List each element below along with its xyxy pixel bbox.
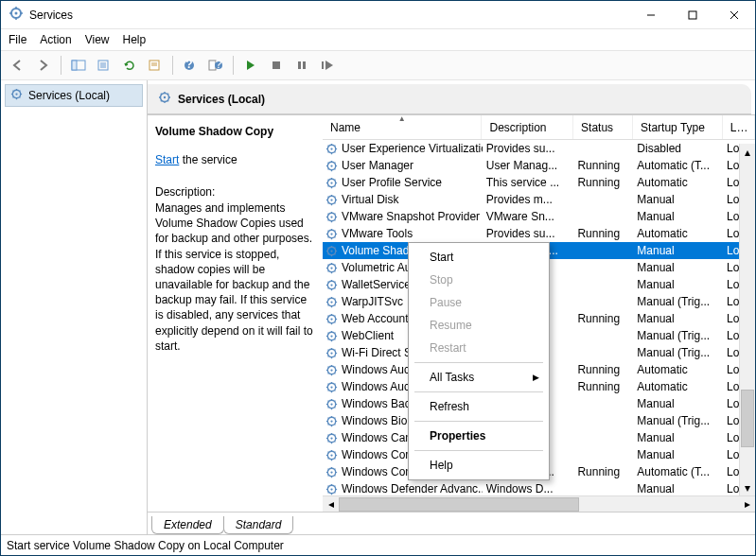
table-row[interactable]: User Profile ServiceThis service ...Runn… [323, 174, 755, 191]
service-startup-cell: Automatic [633, 380, 723, 393]
service-name-cell: Windows Bac [342, 397, 411, 410]
service-name-cell: Windows Defender Advanc... [342, 482, 483, 495]
export-list-button[interactable] [93, 54, 115, 77]
stop-service-button[interactable] [265, 54, 288, 77]
ctx-start[interactable]: Start [411, 246, 547, 269]
ctx-refresh[interactable]: Refresh [411, 395, 547, 418]
service-desc-cell: This service ... [483, 176, 574, 189]
toolbar-separator [233, 56, 234, 75]
scroll-up-button[interactable]: ▴ [740, 144, 755, 160]
help-button[interactable]: ? [179, 54, 202, 77]
detail-header-label: Services (Local) [178, 93, 265, 106]
close-button[interactable] [713, 1, 755, 29]
ctx-resume: Resume [411, 314, 547, 337]
start-service-tail: the service [179, 153, 237, 166]
column-header-description[interactable]: Description [482, 115, 573, 139]
service-startup-cell: Manual [633, 193, 723, 206]
gear-icon [325, 448, 339, 462]
service-desc-cell: User Manag... [483, 159, 574, 172]
service-name-cell: VMware Tools [342, 227, 413, 240]
svg-point-35 [330, 199, 332, 200]
minimize-button[interactable] [630, 1, 672, 29]
scroll-left-button[interactable]: ◂ [323, 496, 339, 513]
table-row[interactable]: VMware Snapshot ProviderVMware Sn...Manu… [323, 208, 755, 225]
column-header-logon[interactable]: Log [723, 115, 755, 139]
svg-rect-7 [72, 61, 77, 70]
service-name-cell: User Manager [342, 159, 413, 172]
service-desc-cell: Provides m... [483, 193, 574, 206]
column-header-status[interactable]: Status [573, 115, 633, 139]
service-startup-cell: Manual [633, 244, 723, 257]
horizontal-scrollbar[interactable]: ◂ ▸ [323, 495, 755, 512]
svg-rect-3 [689, 11, 696, 19]
tree-root-label: Services (Local) [28, 89, 110, 102]
pause-service-button[interactable] [290, 54, 313, 77]
services-list: Name Description Status Startup Type Log… [323, 115, 755, 512]
vscroll-thumb[interactable] [741, 390, 754, 447]
svg-point-43 [330, 267, 332, 269]
table-row[interactable]: Virtual DiskProvides m...ManualLoc [323, 191, 755, 208]
tab-standard[interactable]: Standard [223, 516, 294, 534]
vertical-scrollbar[interactable]: ▴ ▾ [739, 144, 755, 495]
scroll-down-button[interactable]: ▾ [740, 479, 755, 495]
service-startup-cell: Disabled [633, 142, 723, 155]
gear-icon [325, 261, 339, 275]
table-row[interactable]: Windows Defender Advanc...Windows D...Ma… [323, 480, 755, 495]
column-header-startup[interactable]: Startup Type [633, 115, 723, 139]
menu-help[interactable]: Help [123, 33, 147, 46]
service-name-cell: Windows Can [342, 431, 412, 444]
service-startup-cell: Manual [633, 431, 723, 444]
start-service-button[interactable] [239, 54, 262, 77]
svg-point-69 [330, 488, 332, 490]
service-name-cell: User Profile Service [342, 176, 442, 189]
svg-rect-23 [322, 61, 324, 69]
forward-button[interactable] [32, 54, 55, 77]
service-startup-cell: Manual [633, 448, 723, 461]
service-name-cell: VMware Snapshot Provider [342, 210, 480, 223]
help-list-button[interactable]: ? [204, 54, 227, 77]
service-desc-cell: Provides su... [483, 142, 574, 155]
service-startup-cell: Manual (Trig... [633, 329, 723, 342]
menubar: File Action View Help [1, 29, 755, 50]
menu-action[interactable]: Action [40, 33, 71, 46]
svg-point-45 [330, 284, 332, 286]
restart-service-button[interactable] [316, 54, 339, 77]
svg-rect-22 [303, 61, 306, 69]
start-service-link[interactable]: Start [155, 153, 179, 166]
svg-point-41 [330, 250, 332, 252]
service-startup-cell: Manual [633, 210, 723, 223]
svg-point-53 [330, 352, 332, 354]
svg-point-63 [330, 437, 332, 439]
hscroll-thumb[interactable] [339, 497, 579, 512]
tree-root-services-local[interactable]: Services (Local) [5, 84, 143, 107]
gear-icon [325, 414, 339, 428]
gear-icon [325, 176, 339, 190]
gear-icon [325, 346, 339, 360]
ctx-restart: Restart [411, 337, 547, 359]
gear-icon [325, 482, 339, 496]
scroll-right-button[interactable]: ▸ [739, 496, 755, 513]
refresh-button[interactable] [118, 54, 141, 77]
service-name-cell: Web Account [342, 312, 409, 325]
table-row[interactable]: User Experience Virtualizatio...Provides… [323, 140, 755, 157]
ctx-all-tasks-label: All Tasks [430, 371, 474, 384]
ctx-help[interactable]: Help [411, 454, 547, 477]
maximize-button[interactable] [672, 1, 713, 29]
table-row[interactable]: VMware ToolsProvides su...RunningAutomat… [323, 225, 755, 242]
menu-file[interactable]: File [9, 33, 26, 46]
show-hide-tree-button[interactable] [67, 54, 90, 77]
properties-button[interactable] [144, 54, 167, 77]
ctx-all-tasks[interactable]: All Tasks▶ [411, 366, 547, 389]
column-header-name[interactable]: Name [323, 115, 482, 139]
toolbar: ? ? [1, 50, 755, 80]
gear-icon [325, 295, 339, 309]
menu-view[interactable]: View [85, 33, 110, 46]
table-row[interactable]: User ManagerUser Manag...RunningAutomati… [323, 157, 755, 174]
service-startup-cell: Automatic [633, 176, 723, 189]
detail-pane: Volume Shadow Copy Start the service Des… [148, 115, 323, 512]
svg-rect-20 [273, 61, 280, 69]
back-button[interactable] [7, 54, 29, 77]
tab-extended[interactable]: Extended [151, 516, 224, 534]
selected-service-name: Volume Shadow Copy [155, 125, 315, 138]
ctx-properties[interactable]: Properties [411, 425, 547, 447]
